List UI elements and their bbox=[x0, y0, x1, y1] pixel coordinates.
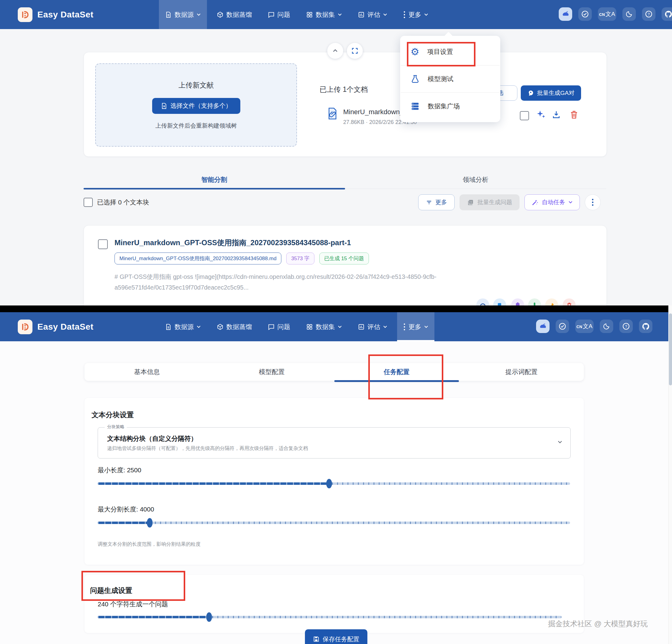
strategy-legend: 分块策略 bbox=[105, 424, 127, 430]
auto-task-label: 自动任务 bbox=[542, 198, 565, 206]
nav-item-questions[interactable]: 问题 bbox=[262, 0, 296, 29]
menu-item-label: 数据集广场 bbox=[428, 102, 460, 110]
github-icon[interactable] bbox=[662, 7, 672, 21]
bottom-navbar: Easy DataSet 数据源 数据蒸馏 问题 数据集 bbox=[0, 312, 672, 341]
scrollbar-thumb[interactable] bbox=[669, 313, 672, 385]
nav-item-label: 更多 bbox=[408, 10, 421, 19]
view-icon[interactable] bbox=[476, 299, 489, 305]
chunk-title[interactable]: MinerU_markdown_GPT-OSS使用指南_202700239358… bbox=[115, 238, 351, 247]
attachment-icon bbox=[327, 107, 338, 120]
server-list-icon bbox=[410, 101, 420, 111]
language-toggle[interactable]: CN文A bbox=[575, 319, 593, 333]
file-checkbox[interactable] bbox=[520, 111, 529, 120]
nav-item-distill[interactable]: 数据蒸馏 bbox=[211, 312, 258, 341]
main-menu: 数据源 数据蒸馏 问题 数据集 评估 bbox=[159, 312, 434, 341]
question-rate-label: 240 个字符生成一个问题 bbox=[98, 600, 168, 608]
check-circle-icon[interactable] bbox=[578, 7, 592, 21]
download-icon[interactable] bbox=[552, 110, 561, 119]
filter-icon bbox=[426, 199, 432, 206]
whale-logo-icon[interactable] bbox=[559, 7, 572, 21]
slider-thumb[interactable] bbox=[147, 518, 153, 528]
toolbar-overflow-button[interactable] bbox=[585, 194, 601, 210]
slider-fill bbox=[98, 482, 329, 485]
batch-generate-question-button[interactable]: ? 批量生成问题 bbox=[459, 194, 519, 210]
slider-thumb[interactable] bbox=[326, 479, 332, 488]
dark-mode-moon-icon[interactable] bbox=[622, 7, 636, 21]
nav-item-label: 评估 bbox=[368, 10, 380, 19]
sparkle-icon[interactable] bbox=[536, 109, 546, 120]
tab-model-config[interactable]: 模型配置 bbox=[209, 363, 334, 381]
svg-text:?: ? bbox=[625, 325, 627, 329]
selected-count-label: 已选择 0 个文本块 bbox=[97, 198, 149, 207]
menu-item-model-test[interactable]: 模型测试 bbox=[400, 65, 500, 93]
nav-item-more[interactable]: 更多 bbox=[397, 0, 434, 29]
nav-item-datasets[interactable]: 数据集 bbox=[300, 0, 348, 29]
tab-basic-info[interactable]: 基本信息 bbox=[84, 363, 209, 381]
delete-icon[interactable] bbox=[563, 299, 576, 305]
nav-item-label: 数据源 bbox=[175, 10, 194, 19]
github-icon[interactable] bbox=[639, 319, 652, 333]
choose-file-label: 选择文件（支持多个） bbox=[170, 101, 232, 110]
save-task-config-button[interactable]: 保存任务配置 bbox=[305, 629, 368, 644]
ellipsis-vertical-icon bbox=[591, 198, 594, 207]
max-length-slider[interactable] bbox=[98, 522, 570, 524]
nav-item-datasource[interactable]: 数据源 bbox=[159, 0, 207, 29]
nav-item-distill[interactable]: 数据蒸馏 bbox=[211, 0, 258, 29]
scrollbar[interactable] bbox=[668, 305, 672, 644]
check-circle-icon[interactable] bbox=[556, 319, 569, 333]
menu-item-dataset-square[interactable]: 数据集广场 bbox=[400, 93, 500, 120]
help-icon[interactable]: ? bbox=[619, 319, 633, 333]
dark-mode-moon-icon[interactable] bbox=[600, 319, 613, 333]
fullscreen-button[interactable] bbox=[347, 43, 363, 59]
app-logo[interactable] bbox=[18, 7, 33, 22]
question-rate-slider[interactable] bbox=[98, 616, 562, 618]
help-icon[interactable]: ? bbox=[642, 7, 656, 21]
bookmark-icon[interactable] bbox=[545, 299, 558, 305]
nav-item-questions[interactable]: 问题 bbox=[262, 312, 296, 341]
upload-dropzone[interactable]: 上传新文献 选择文件（支持多个） 上传新文件后会重新构建领域树 bbox=[95, 63, 297, 147]
translate-icon: 文A bbox=[583, 322, 593, 330]
chunk-strategy-select[interactable]: 分块策略 文本结构分块（自定义分隔符） 递归地尝试多级分隔符（可配置），先用优先… bbox=[98, 427, 571, 459]
chat-icon bbox=[268, 11, 275, 18]
slider-thumb[interactable] bbox=[206, 612, 212, 622]
ai-head-icon bbox=[528, 90, 534, 96]
save-icon bbox=[313, 636, 320, 643]
split-tab-bar: 智能分割 领域分析 bbox=[84, 171, 606, 189]
chunk-card: MinerU_markdown_GPT-OSS使用指南_202700239358… bbox=[84, 225, 607, 305]
tab-smart-split[interactable]: 智能分割 bbox=[84, 171, 345, 189]
expand-icon bbox=[351, 47, 359, 54]
select-all-chunks-checkbox[interactable] bbox=[84, 198, 93, 207]
range-hint: 调整文本分割的长度范围，影响分割结果的粒度 bbox=[98, 541, 201, 548]
brand-title: Easy DataSet bbox=[37, 10, 93, 20]
nav-item-label: 更多 bbox=[408, 323, 421, 331]
max-length-label: 最大分割长度: 4000 bbox=[98, 505, 154, 514]
file-tag[interactable]: MinerU_markdown_GPT-OSS使用指南_202700239358… bbox=[115, 253, 281, 265]
nav-item-evaluate[interactable]: 评估 bbox=[352, 0, 393, 29]
tab-prompt-config[interactable]: 提示词配置 bbox=[459, 363, 584, 381]
nav-item-datasource[interactable]: 数据源 bbox=[159, 312, 207, 341]
chunk-preview-line: # GPT-OSS使用指南 gpt-oss ![image](https://c… bbox=[115, 271, 436, 282]
nav-item-evaluate[interactable]: 评估 bbox=[352, 312, 393, 341]
chunk-checkbox[interactable] bbox=[98, 239, 108, 249]
app-logo[interactable] bbox=[18, 319, 33, 334]
collapse-panel-button[interactable] bbox=[327, 43, 343, 59]
composite-screenshot: Easy DataSet 数据源 数据蒸馏 问题 数据集 bbox=[0, 0, 672, 644]
min-length-slider[interactable] bbox=[98, 482, 570, 485]
grid-icon bbox=[306, 11, 313, 18]
auto-task-button[interactable]: 自动任务 bbox=[525, 194, 580, 210]
batch-generate-ga-button[interactable]: 批量生成GA对 bbox=[521, 85, 581, 101]
tab-domain-analysis[interactable]: 领域分析 bbox=[345, 171, 607, 189]
more-filter-button[interactable]: 更多 bbox=[418, 194, 455, 210]
svg-text:?: ? bbox=[648, 12, 650, 16]
nav-item-more[interactable]: 更多 bbox=[397, 312, 434, 341]
choose-file-button[interactable]: 选择文件（支持多个） bbox=[152, 98, 240, 114]
trash-icon[interactable] bbox=[569, 110, 579, 119]
whale-logo-icon[interactable] bbox=[536, 319, 550, 333]
clipboard-icon[interactable] bbox=[511, 299, 524, 305]
copy-icon[interactable] bbox=[493, 299, 506, 305]
language-toggle[interactable]: CN文A bbox=[598, 7, 616, 21]
nav-item-datasets[interactable]: 数据集 bbox=[300, 312, 348, 341]
tab-label: 领域分析 bbox=[463, 175, 488, 184]
chevron-down-icon bbox=[338, 13, 342, 16]
marker-icon[interactable] bbox=[528, 299, 541, 305]
